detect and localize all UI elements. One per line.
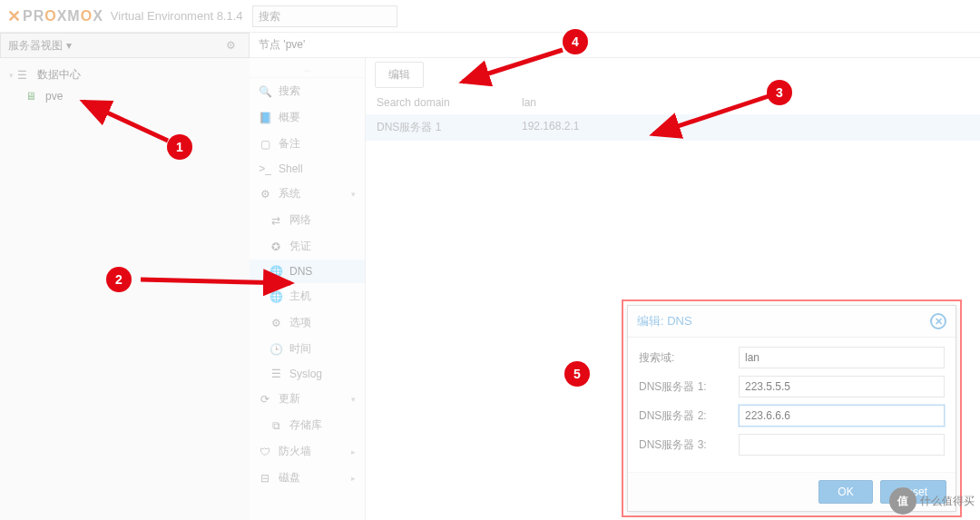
tree-node-label: pve — [45, 90, 63, 103]
row-value: lan — [522, 96, 969, 109]
logo-text: PROXMOX — [23, 8, 103, 25]
chevron-down-icon: ▾ — [351, 190, 356, 199]
files-icon: ⧉ — [270, 419, 282, 432]
nav-network[interactable]: ⇄网络 — [250, 207, 365, 233]
chevron-down-icon: ▾ — [351, 395, 356, 404]
shell-icon: >_ — [259, 162, 271, 175]
dns3-input[interactable] — [739, 434, 945, 456]
globe-icon: 🌐 — [270, 290, 282, 303]
gear-icon[interactable]: ⚙ — [220, 34, 241, 56]
form-row-dns2: DNS服务器 2: — [639, 405, 945, 427]
nav-shell[interactable]: >_Shell — [250, 157, 365, 181]
dialog-header: 编辑: DNS ✕ — [628, 306, 956, 338]
sidebar-view-selector[interactable]: 服务器视图 ▾ ⚙ — [0, 33, 250, 58]
logo-x-icon: ✕ — [7, 6, 21, 26]
nav-hosts[interactable]: 🌐主机 — [250, 283, 365, 309]
collapse-icon[interactable]: ︿ — [250, 64, 365, 78]
list-icon: ☰ — [270, 368, 282, 380]
chevron-right-icon: ▸ — [351, 474, 356, 483]
annotation-marker-3: 3 — [767, 80, 792, 105]
nav-firewall[interactable]: 🛡防火墙▸ — [250, 438, 365, 465]
nav-system[interactable]: ⚙系统▾ — [250, 181, 365, 207]
tree-node-pve[interactable]: 🖥 pve — [4, 86, 246, 106]
row-value: 192.168.2.1 — [522, 120, 969, 135]
edit-dns-dialog: 编辑: DNS ✕ 搜索域: DNS服务器 1: DNS服务器 2: DNS服务… — [627, 305, 956, 512]
node-icon: 🖥 — [25, 90, 40, 103]
annotation-marker-5: 5 — [564, 361, 590, 387]
nav-search[interactable]: 🔍搜索 — [250, 78, 365, 104]
book-icon: 📘 — [259, 112, 271, 124]
cert-icon: ✪ — [270, 240, 282, 253]
logo: ✕ PROXMOX Virtual Environment 8.1.4 — [7, 6, 243, 26]
search-icon: 🔍 — [259, 85, 271, 98]
watermark-icon: 值 — [889, 487, 916, 515]
search-domain-input[interactable] — [739, 347, 945, 368]
ve-version: Virtual Environment 8.1.4 — [111, 9, 243, 23]
field-label: DNS服务器 1: — [639, 379, 739, 395]
clock-icon: 🕒 — [270, 343, 282, 356]
network-icon: ⇄ — [270, 214, 282, 227]
close-icon[interactable]: ✕ — [930, 313, 946, 329]
content-title: 节点 'pve' — [250, 33, 980, 58]
row-label: DNS服务器 1 — [377, 120, 522, 135]
nav-syslog[interactable]: ☰Syslog — [250, 362, 365, 386]
nav-updates[interactable]: ⟳更新▾ — [250, 386, 365, 412]
chevron-down-icon: ▾ — [66, 39, 72, 52]
datacenter-icon: ☰ — [17, 69, 32, 82]
expand-icon: ▾ — [9, 71, 14, 80]
table-row[interactable]: DNS服务器 1 192.168.2.1 — [366, 114, 980, 141]
dialog-body: 搜索域: DNS服务器 1: DNS服务器 2: DNS服务器 3: — [628, 338, 956, 472]
refresh-icon: ⟳ — [259, 393, 271, 406]
notes-icon: ▢ — [259, 138, 271, 151]
tree-datacenter-label: 数据中心 — [37, 67, 81, 83]
form-row-dns3: DNS服务器 3: — [639, 434, 945, 456]
row-label: Search domain — [377, 96, 522, 109]
annotation-box-5: 编辑: DNS ✕ 搜索域: DNS服务器 1: DNS服务器 2: DNS服务… — [622, 299, 962, 517]
form-row-search-domain: 搜索域: — [639, 347, 945, 368]
annotation-marker-1: 1 — [167, 134, 192, 160]
cog-icon: ⚙ — [270, 317, 282, 329]
watermark: 值 什么值得买 — [889, 487, 975, 515]
global-search-input[interactable] — [252, 5, 397, 27]
annotation-marker-4: 4 — [563, 29, 588, 54]
dns1-input[interactable] — [739, 376, 945, 397]
nav-time[interactable]: 🕒时间 — [250, 336, 365, 362]
form-row-dns1: DNS服务器 1: — [639, 376, 945, 397]
ok-button[interactable]: OK — [818, 480, 872, 504]
nav-certificates[interactable]: ✪凭证 — [250, 233, 365, 260]
nav-disks[interactable]: ⊟磁盘▸ — [250, 465, 365, 491]
annotation-marker-2: 2 — [106, 267, 132, 292]
field-label: DNS服务器 3: — [639, 437, 739, 453]
dialog-title: 编辑: DNS — [637, 313, 692, 329]
nav-dns[interactable]: 🌐DNS — [250, 260, 365, 283]
tree-datacenter[interactable]: ▾ ☰ 数据中心 — [4, 64, 246, 86]
table-row[interactable]: Search domain lan — [366, 91, 980, 114]
watermark-text: 什么值得买 — [920, 494, 975, 509]
nav-notes[interactable]: ▢备注 — [250, 131, 365, 157]
disk-icon: ⊟ — [259, 472, 271, 485]
nav-repositories[interactable]: ⧉存储库 — [250, 412, 365, 438]
nav-summary[interactable]: 📘概要 — [250, 104, 365, 131]
nav-options[interactable]: ⚙选项 — [250, 309, 365, 336]
config-nav: ︿ 🔍搜索 📘概要 ▢备注 >_Shell ⚙系统▾ ⇄网络 ✪凭证 🌐DNS … — [250, 58, 366, 520]
globe-icon: 🌐 — [270, 265, 282, 278]
top-header: ✕ PROXMOX Virtual Environment 8.1.4 — [0, 0, 980, 33]
field-label: DNS服务器 2: — [639, 408, 739, 424]
edit-button[interactable]: 编辑 — [375, 62, 424, 88]
detail-toolbar: 编辑 — [366, 58, 980, 91]
field-label: 搜索域: — [639, 350, 739, 366]
resource-tree: ▾ ☰ 数据中心 🖥 pve — [0, 58, 250, 112]
dns2-input[interactable] — [739, 405, 945, 427]
shield-icon: 🛡 — [259, 446, 271, 458]
chevron-right-icon: ▸ — [351, 447, 356, 456]
cog-icon: ⚙ — [259, 188, 271, 201]
dns-table: Search domain lan DNS服务器 1 192.168.2.1 — [366, 91, 980, 141]
view-label: 服务器视图 — [8, 38, 63, 54]
